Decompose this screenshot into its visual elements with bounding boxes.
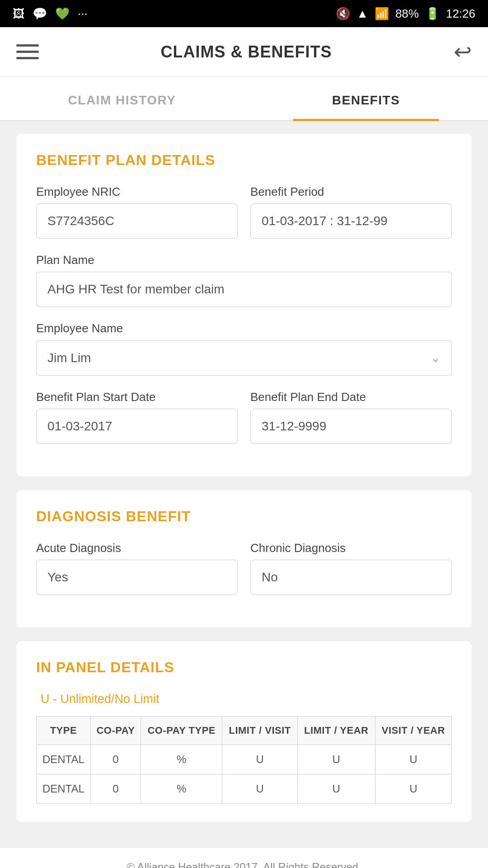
cell-type: DENTAL (37, 745, 91, 774)
photo-icon: 🖼 (13, 7, 24, 21)
diagnosis-row: Acute Diagnosis Yes Chronic Diagnosis No (36, 541, 452, 595)
employee-name-row: Employee Name Jim Lim ⌄ (36, 321, 452, 376)
main-content: BENEFIT PLAN DETAILS Employee NRIC S7724… (0, 121, 488, 848)
whatsapp-icon: 💚 (55, 7, 70, 21)
col-limit-visit: LIMIT / VISIT (222, 717, 297, 745)
diagnosis-benefit-card: DIAGNOSIS BENEFIT Acute Diagnosis Yes Ch… (16, 490, 472, 627)
dots-icon: ··· (78, 7, 88, 21)
mute-icon: 🔇 (336, 7, 350, 21)
employee-nric-input[interactable]: S7724356C (36, 203, 238, 239)
signal-icon: 📶 (375, 7, 389, 21)
table-note: U - Unlimited/No Limit (41, 692, 452, 706)
end-date-group: Benefit Plan End Date 31-12-9999 (250, 390, 452, 444)
in-panel-details-title: IN PANEL DETAILS (36, 659, 452, 676)
employee-name-label: Employee Name (36, 321, 452, 335)
chronic-diagnosis-label: Chronic Diagnosis (250, 541, 452, 555)
col-copay-type: CO-PAY TYPE (141, 717, 222, 745)
cell-visit-year: U (375, 774, 451, 804)
cell-copay-type: % (141, 745, 222, 774)
col-limit-year: LIMIT / YEAR (297, 717, 375, 745)
status-bar: 🖼 💬 💚 ··· 🔇 ▲ 📶 88% 🔋 12:26 (0, 0, 488, 27)
status-left-icons: 🖼 💬 💚 ··· (13, 7, 88, 21)
diagnosis-benefit-title: DIAGNOSIS BENEFIT (36, 508, 452, 525)
status-right-icons: 🔇 ▲ 📶 88% 🔋 12:26 (336, 7, 475, 21)
in-panel-details-card: IN PANEL DETAILS U - Unlimited/No Limit … (16, 641, 472, 822)
wifi-icon: ▲ (357, 7, 368, 21)
tab-bar: CLAIM HISTORY BENEFITS (0, 77, 488, 121)
benefit-period-group: Benefit Period 01-03-2017 : 31-12-99 (250, 185, 452, 239)
benefit-plan-details-card: BENEFIT PLAN DETAILS Employee NRIC S7724… (16, 134, 472, 476)
panel-details-table: TYPE CO-PAY CO-PAY TYPE LIMIT / VISIT LI… (36, 716, 452, 804)
tab-claim-history[interactable]: CLAIM HISTORY (0, 77, 244, 120)
table-row: DENTAL 0 % U U U (37, 774, 452, 804)
battery-level: 88% (395, 7, 419, 21)
start-date-group: Benefit Plan Start Date 01-03-2017 (36, 390, 238, 444)
plan-name-group: Plan Name AHG HR Test for member claim (36, 253, 452, 307)
chronic-diagnosis-group: Chronic Diagnosis No (250, 541, 452, 595)
hamburger-menu-button[interactable] (16, 44, 39, 59)
col-type: TYPE (37, 717, 91, 745)
chronic-diagnosis-input[interactable]: No (250, 560, 452, 595)
acute-diagnosis-group: Acute Diagnosis Yes (36, 541, 238, 595)
employee-nric-label: Employee NRIC (36, 185, 238, 199)
benefit-plan-details-title: BENEFIT PLAN DETAILS (36, 152, 452, 169)
tab-benefits[interactable]: BENEFITS (244, 77, 488, 120)
plan-name-input[interactable]: AHG HR Test for member claim (36, 272, 452, 307)
cell-type: DENTAL (37, 774, 91, 804)
cell-copay: 0 (90, 774, 141, 804)
footer: © Alliance Healthcare 2017, All Rights R… (0, 848, 488, 868)
acute-diagnosis-input[interactable]: Yes (36, 560, 238, 595)
cell-visit-year: U (375, 745, 451, 774)
battery-icon: 🔋 (425, 7, 440, 21)
table-row: DENTAL 0 % U U U (37, 745, 452, 774)
benefit-period-label: Benefit Period (250, 185, 452, 199)
cell-copay: 0 (90, 745, 141, 774)
table-header-row: TYPE CO-PAY CO-PAY TYPE LIMIT / VISIT LI… (37, 717, 452, 745)
cell-limit-year: U (297, 745, 375, 774)
back-button[interactable]: ↩ (454, 41, 472, 63)
message-icon: 💬 (33, 7, 47, 21)
employee-nric-group: Employee NRIC S7724356C (36, 185, 238, 239)
cell-limit-visit: U (222, 774, 297, 804)
employee-name-select[interactable]: Jim Lim ⌄ (36, 340, 452, 376)
nric-period-row: Employee NRIC S7724356C Benefit Period 0… (36, 185, 452, 239)
plan-name-label: Plan Name (36, 253, 452, 267)
chevron-down-icon: ⌄ (430, 350, 441, 365)
employee-name-group: Employee Name Jim Lim ⌄ (36, 321, 452, 376)
footer-text: © Alliance Healthcare 2017, All Rights R… (127, 861, 361, 868)
acute-diagnosis-label: Acute Diagnosis (36, 541, 238, 555)
end-date-input[interactable]: 31-12-9999 (250, 409, 452, 444)
plan-name-row: Plan Name AHG HR Test for member claim (36, 253, 452, 307)
cell-copay-type: % (141, 774, 222, 804)
dates-row: Benefit Plan Start Date 01-03-2017 Benef… (36, 390, 452, 444)
page-title: CLAIMS & BENEFITS (160, 42, 332, 61)
col-visit-year: VISIT / YEAR (375, 717, 451, 745)
app-header: CLAIMS & BENEFITS ↩ (0, 27, 488, 77)
benefit-period-input[interactable]: 01-03-2017 : 31-12-99 (250, 203, 452, 239)
start-date-input[interactable]: 01-03-2017 (36, 409, 238, 444)
start-date-label: Benefit Plan Start Date (36, 390, 238, 404)
end-date-label: Benefit Plan End Date (250, 390, 452, 404)
col-copay: CO-PAY (90, 717, 141, 745)
clock: 12:26 (446, 7, 475, 21)
cell-limit-year: U (297, 774, 375, 804)
employee-name-value: Jim Lim (47, 351, 91, 365)
cell-limit-visit: U (222, 745, 297, 774)
